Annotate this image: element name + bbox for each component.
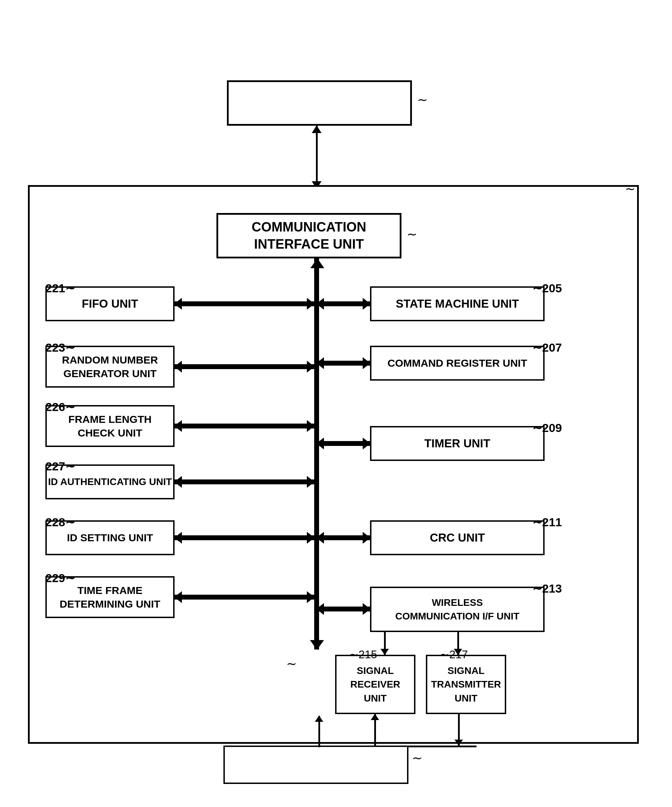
arrow-controller-to-comm: [316, 126, 318, 189]
ref-228: 228∼: [45, 515, 75, 529]
arrow-id-setting: [174, 535, 314, 540]
ref-comm: ∼: [407, 227, 417, 242]
wireless-comm-box: WIRELESSCOMMUNICATION I/F UNIT: [370, 587, 544, 632]
timer-box: TIMER UNIT: [370, 426, 544, 461]
rng-unit-label: RANDOM NUMBERGENERATOR UNIT: [62, 353, 158, 380]
antenna-box: [223, 746, 408, 784]
arrow-rng: [174, 364, 314, 369]
antenna-up-line: [319, 716, 320, 747]
signal-recv-label: SIGNALRECEIVERUNIT: [350, 664, 400, 705]
arrow-recv-to-antenna: [374, 714, 376, 746]
crc-box: CRC UNIT: [370, 520, 544, 555]
arrow-id-auth: [174, 480, 314, 484]
signal-trans-box: SIGNALTRANSMITTERUNIT: [426, 655, 506, 714]
ref-main: ∼: [625, 182, 635, 196]
arrow-wireless-right: [317, 606, 370, 611]
frame-length-label: FRAME LENGTHCHECK UNIT: [68, 412, 151, 440]
cmd-register-label: COMMAND REGISTER UNIT: [388, 357, 527, 369]
ref-227: 227∼: [45, 459, 75, 473]
bus-arrow-up: [310, 258, 324, 268]
ref-213: ∼213: [533, 581, 562, 595]
id-setting-label: ID SETTING UNIT: [67, 532, 153, 544]
arrow-state-machine-right: [317, 301, 370, 306]
ref-205: ∼205: [533, 281, 562, 295]
cmd-register-box: COMMAND REGISTER UNIT: [370, 346, 544, 380]
state-machine-box: STATE MACHINE UNIT: [370, 286, 544, 321]
comm-interface-box: COMMUNICATIONINTERFACE UNIT: [216, 213, 402, 258]
ref-211: ∼211: [533, 515, 562, 529]
ref-221: 221∼: [45, 281, 75, 295]
ref-209: ∼209: [533, 421, 562, 435]
fifo-unit-label: FIFO UNIT: [82, 297, 138, 311]
arrow-frame: [174, 423, 314, 428]
ref-bus: ∼: [286, 656, 297, 671]
comm-interface-label: COMMUNICATIONINTERFACE UNIT: [252, 219, 367, 253]
central-bus-line: [314, 258, 319, 649]
ref-229: 229∼: [45, 571, 75, 585]
id-auth-label: ID AUTHENTICATING UNIT: [48, 476, 172, 488]
ref-controller: ∼: [417, 93, 428, 107]
state-machine-label: STATE MACHINE UNIT: [396, 297, 519, 311]
ref-223: 223∼: [45, 340, 75, 354]
wireless-comm-label: WIRELESSCOMMUNICATION I/F UNIT: [395, 596, 519, 623]
timer-label: TIMER UNIT: [425, 437, 491, 450]
ref-226: 226∼: [45, 400, 75, 414]
arrow-time-frame: [174, 595, 314, 599]
arrow-trans-to-antenna: [458, 714, 460, 746]
ref-215: ∼215: [349, 648, 377, 661]
ref-207: ∼207: [533, 340, 562, 354]
arrow-wireless-to-recv: [384, 632, 386, 655]
arrow-crc-right: [317, 535, 370, 540]
ref-217: ∼217: [440, 648, 468, 661]
time-frame-label: TIME FRAMEDETERMINING UNIT: [60, 583, 160, 611]
signal-recv-box: SIGNALRECEIVERUNIT: [335, 655, 415, 714]
arrow-cmd-right: [317, 361, 370, 365]
ref-219: ∼: [412, 751, 422, 765]
arrow-timer-right: [317, 441, 370, 446]
arrow-fifo: [174, 301, 314, 306]
signal-trans-label: SIGNALTRANSMITTERUNIT: [431, 664, 501, 705]
controller-box: [227, 80, 412, 126]
crc-label: CRC UNIT: [430, 531, 485, 545]
